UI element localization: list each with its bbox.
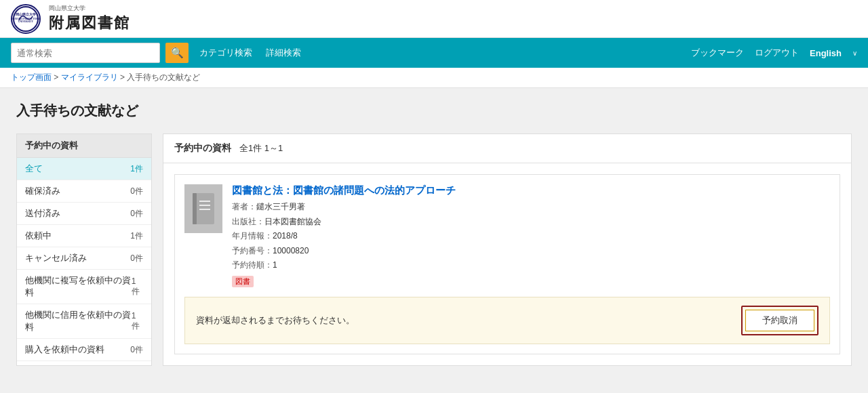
- sidebar-count-sent: 0件: [130, 208, 143, 220]
- book-info: 図書館と法：図書館の諸問題への法的アプローチ 著者：鑓水三千男著 出版社：日本図…: [232, 184, 830, 287]
- sidebar-label-secured: 確保済み: [25, 185, 60, 197]
- sidebar-item-copy-request[interactable]: 他機関に複写を依頼中の資料 1件: [17, 270, 151, 304]
- breadcrumb-sep2: >: [120, 73, 127, 82]
- search-button[interactable]: 🔍: [165, 43, 189, 63]
- header: 岡山県立大学 OKAYAMA PREFECTURAL UNIVERSITY 岡山…: [0, 0, 868, 38]
- sidebar-count-purchase-request: 0件: [130, 344, 143, 356]
- sidebar-item-sent[interactable]: 送付済み 0件: [17, 203, 151, 225]
- book-publisher: 日本図書館協会: [264, 217, 321, 226]
- sidebar-header: 予約中の資料: [17, 134, 151, 158]
- svg-text:岡山県立大学: 岡山県立大学: [16, 12, 36, 16]
- sidebar-item-purchase-request[interactable]: 購入を依頼中の資料 0件: [17, 339, 151, 361]
- cancel-button-wrapper: 予約取消: [741, 306, 818, 335]
- logo-title: 岡山県立大学 附属図書館: [49, 4, 130, 33]
- sidebar-label-purchase-request: 購入を依頼中の資料: [25, 344, 104, 356]
- sidebar-count-pending: 1件: [130, 230, 143, 242]
- sidebar-item-all[interactable]: 全て 1件: [17, 158, 151, 180]
- sidebar-count-all: 1件: [130, 163, 143, 175]
- book-reserve-order: 1: [273, 260, 277, 270]
- navbar: 🔍 カテゴリ検索 詳細検索 ブックマーク ログアウト English ∨: [0, 38, 868, 68]
- reserve-num-label: 予約番号：: [232, 246, 273, 255]
- search-input[interactable]: [11, 43, 160, 63]
- svg-text:UNIVERSITY: UNIVERSITY: [18, 20, 33, 23]
- panel-count-info: 全1件 1～1: [239, 142, 283, 154]
- card-footer: 資料が返却されるまでお待ちください。 予約取消: [184, 297, 830, 344]
- breadcrumb-top[interactable]: トップ画面: [11, 73, 52, 82]
- result-panel: 予約中の資料 全1件 1～1: [163, 133, 852, 366]
- book-author: 鑓水三千男著: [256, 202, 305, 211]
- sidebar-item-cancelled[interactable]: キャンセル済み 0件: [17, 247, 151, 270]
- book-card: 図書館と法：図書館の諸問題への法的アプローチ 著者：鑓水三千男著 出版社：日本図…: [174, 174, 840, 354]
- sidebar-label-loan-request: 他機関に信用を依頼中の資料: [25, 309, 132, 333]
- sidebar-label-all: 全て: [25, 163, 43, 175]
- search-icon: 🔍: [171, 47, 184, 59]
- book-badge: 図書: [232, 276, 254, 287]
- sidebar-count-loan-request: 1件: [132, 311, 143, 332]
- breadcrumb-current: 入手待ちの文献など: [127, 73, 200, 82]
- page-title: 入手待ちの文献など: [16, 102, 852, 120]
- english-link[interactable]: English: [810, 48, 842, 58]
- book-details: 著者：鑓水三千男著 出版社：日本図書館協会 年月情報：2018/8 予約番号：1…: [232, 200, 830, 273]
- sidebar-label-pending: 依頼中: [25, 230, 52, 242]
- book-top: 図書館と法：図書館の諸問題への法的アプローチ 著者：鑓水三千男著 出版社：日本図…: [184, 184, 830, 287]
- date-label: 年月情報：: [232, 231, 273, 241]
- panel-header: 予約中の資料 全1件 1～1: [163, 134, 851, 163]
- sidebar-count-secured: 0件: [130, 186, 143, 197]
- sidebar-count-cancelled: 0件: [130, 253, 143, 264]
- nav-right: ブックマーク ログアウト English ∨: [691, 47, 857, 59]
- book-thumbnail: [184, 184, 222, 233]
- svg-rect-5: [193, 193, 197, 224]
- footer-message: 資料が返却されるまでお待ちください。: [196, 314, 355, 327]
- sidebar-item-secured[interactable]: 確保済み 0件: [17, 180, 151, 203]
- logo-area: 岡山県立大学 OKAYAMA PREFECTURAL UNIVERSITY 岡山…: [11, 4, 130, 34]
- nav-link-category[interactable]: カテゴリ検索: [199, 47, 252, 59]
- breadcrumb: トップ画面 > マイライブラリ > 入手待ちの文献など: [0, 68, 868, 88]
- book-date: 2018/8: [273, 231, 298, 241]
- sidebar-label-cancelled: キャンセル済み: [25, 252, 87, 264]
- book-title[interactable]: 図書館と法：図書館の諸問題への法的アプローチ: [232, 184, 830, 197]
- chevron-down-icon: ∨: [852, 49, 857, 57]
- breadcrumb-sep1: >: [54, 73, 60, 82]
- sidebar-label-copy-request: 他機関に複写を依頼中の資料: [25, 274, 132, 299]
- reserve-order-label: 予約待順：: [232, 260, 273, 270]
- content-area: 予約中の資料 全て 1件 確保済み 0件 送付済み 0件 依頼中 1件 キャンセ…: [16, 133, 852, 366]
- panel-title: 予約中の資料: [174, 142, 231, 154]
- book-icon: [191, 192, 216, 226]
- sidebar-item-loan-request[interactable]: 他機関に信用を依頼中の資料 1件: [17, 304, 151, 339]
- sidebar-count-copy-request: 1件: [132, 276, 143, 297]
- sidebar-item-pending[interactable]: 依頼中 1件: [17, 225, 151, 247]
- nav-links: カテゴリ検索 詳細検索: [199, 47, 301, 59]
- main-content: 入手待ちの文献など 予約中の資料 全て 1件 確保済み 0件 送付済み 0件 依…: [0, 88, 868, 393]
- nav-link-detail[interactable]: 詳細検索: [266, 47, 301, 59]
- sidebar: 予約中の資料 全て 1件 確保済み 0件 送付済み 0件 依頼中 1件 キャンセ…: [16, 133, 152, 366]
- logo-icon: 岡山県立大学 OKAYAMA PREFECTURAL UNIVERSITY: [11, 4, 41, 34]
- breadcrumb-mylibrary[interactable]: マイライブラリ: [61, 73, 118, 82]
- sidebar-label-sent: 送付済み: [25, 207, 60, 220]
- cancel-button[interactable]: 予約取消: [745, 310, 814, 331]
- book-reserve-num: 10000820: [273, 246, 309, 255]
- publisher-label: 出版社：: [232, 217, 264, 226]
- author-label: 著者：: [232, 202, 256, 211]
- search-area: 🔍: [11, 43, 189, 63]
- logout-link[interactable]: ログアウト: [755, 47, 799, 59]
- bookmark-link[interactable]: ブックマーク: [691, 47, 744, 59]
